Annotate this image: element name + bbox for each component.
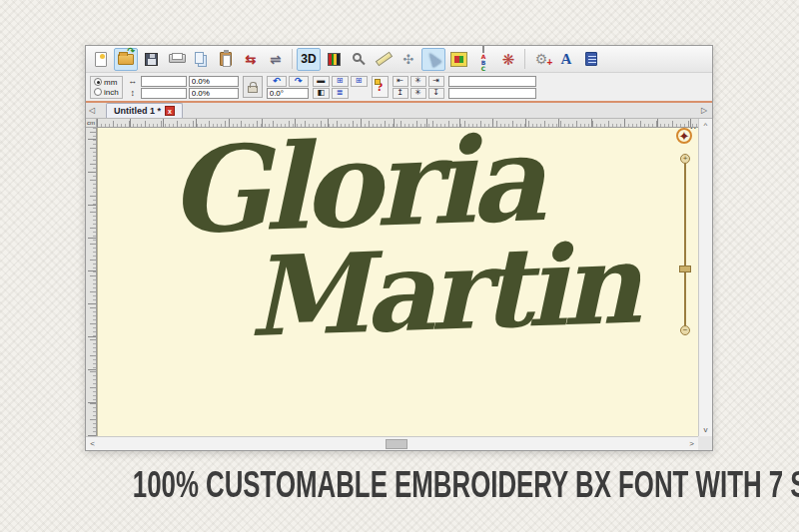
horizontal-scrollbar[interactable]: < > [86,436,698,450]
align-center-h-button[interactable]: ✳ [410,76,426,87]
new-document-button[interactable] [89,48,113,71]
embroidery-design[interactable]: Gloria Martin [97,128,698,436]
view-mode-controls: ▬ ⊞ ⊞ ◧ ≣ [313,76,368,99]
zoom-in-button[interactable]: + [680,154,690,164]
caption-area: 100% CUSTOMABLE EMBROIDERY BX FONT WITH … [0,465,799,504]
zoom-tool-button[interactable] [347,48,371,71]
align-right-button[interactable]: ⇥ [428,76,444,87]
select-tool-button[interactable] [421,48,445,71]
width-input[interactable] [141,76,187,87]
copy-button[interactable] [189,48,213,71]
rotate-controls: ↶ ↷ [267,76,309,99]
print-button[interactable] [164,48,188,71]
measure-tool-button[interactable] [372,48,396,71]
rotate-button[interactable]: ⇌ [264,48,288,71]
align-top-button[interactable]: ↥ [393,88,408,99]
notes-icon [585,52,597,66]
height-input[interactable] [141,88,187,99]
fit-hoop-button[interactable]: ⊞ [351,76,368,87]
letter-a-icon: A [561,52,572,67]
unit-mm-option[interactable]: mm [94,78,119,87]
design-canvas[interactable]: Gloria Martin ✦ N + − [97,128,698,436]
view-3d-button[interactable]: 3D [297,48,321,71]
align-middle-button[interactable]: ✳ [410,88,426,99]
lines-icon: ≣ [337,89,344,97]
thread-colors-button[interactable] [322,48,346,71]
merge-design-button[interactable]: ⚙+ [529,48,553,71]
rotation-angle-input[interactable] [267,88,309,99]
save-button[interactable] [139,48,163,71]
flip-horizontal-icon: ⇆ [246,53,257,66]
align-left-icon: ⇤ [397,77,403,85]
tab-scroll-left-button[interactable]: ◁ [86,105,98,117]
view-3d-label: 3D [301,53,316,65]
magnifier-icon [353,53,362,62]
horizontal-ruler [97,119,698,128]
document-tab[interactable]: Untitled 1 * x [106,103,183,118]
windmill-icon: ✣ [403,53,414,66]
vertical-scrollbar[interactable]: ^ v [698,119,712,436]
hoop-tool-button[interactable]: ✣ [397,48,420,71]
floppy-disk-icon [145,53,158,66]
paste-button[interactable] [214,48,238,71]
caption-text: 100% CUSTOMABLE EMBROIDERY BX FONT WITH … [133,463,799,505]
tab-scroll-right-button[interactable]: ▷ [698,105,710,117]
crosshair-box-icon: ⊞ [356,77,363,85]
scroll-down-button[interactable]: v [699,423,712,436]
flip-horizontal-button[interactable]: ⇆ [239,48,263,71]
height-percent-input[interactable] [189,88,239,99]
rotate-icon: ⇌ [271,53,282,66]
design-notes-button[interactable] [579,48,603,71]
toolbar-separator [292,49,293,69]
half-rect-icon: ◧ [317,89,325,97]
lock-aspect-button[interactable] [243,76,263,98]
scroll-left-button[interactable]: < [86,437,99,450]
lock-icon [248,86,258,93]
solid-view-button[interactable]: ▬ [313,76,330,87]
needle-abc-icon: ABC [481,46,486,72]
open-file-button[interactable] [114,48,138,71]
align-left-button[interactable]: ⇤ [393,76,408,87]
plus-icon: + [546,58,552,68]
palette-button[interactable] [446,48,470,71]
align-bottom-button[interactable]: ↧ [428,88,444,99]
contrast-view-button[interactable]: ◧ [313,88,330,99]
zoom-slider[interactable]: + − [678,156,692,333]
tab-close-button[interactable]: x [165,106,175,116]
zoom-slider-track[interactable] [684,162,686,327]
stitch-list-button[interactable]: ≣ [332,88,349,99]
horizontal-scroll-thumb[interactable] [386,439,407,449]
align-top-icon: ↥ [397,89,403,97]
scroll-right-button[interactable]: > [685,437,698,450]
scroll-up-button[interactable]: ^ [699,119,712,132]
lettering-button[interactable]: A [554,48,578,71]
scrollbar-corner [698,436,712,450]
center-design-button[interactable]: ⊞ [332,76,349,87]
design-text-line2: Martin [246,220,637,361]
open-folder-icon [118,54,134,65]
compass-north-label: N [690,128,696,131]
design-library-button[interactable]: ❋ [496,48,520,71]
position-y-input[interactable] [448,88,536,99]
size-controls: ↔ ↕ [127,76,239,99]
rotate-right-button[interactable]: ↷ [289,76,309,87]
zoom-out-button[interactable]: − [680,325,690,335]
transform-toolbar: mm inch ↔ ↕ ↶ ↷ ▬ ⊞ ⊞ ◧ ≣ ? [86,73,712,101]
position-controls [448,76,536,99]
unit-selector: mm inch [90,76,123,99]
crosshair-box-icon: ⊞ [337,77,344,85]
stitch-text-button[interactable]: ABC [471,48,495,71]
inch-radio[interactable] [94,88,102,96]
workspace: cm Gloria Martin ✦ N + − ^ v [86,119,712,450]
stitch-wheel-icon: ❋ [502,52,515,67]
zoom-slider-handle[interactable] [679,266,691,272]
position-x-input[interactable] [448,76,536,87]
height-arrows-icon: ↕ [127,88,139,98]
mm-radio[interactable] [94,78,102,86]
alignment-controls: ⇤ ✳ ⇥ ↥ ✳ ↧ [393,76,444,99]
help-button[interactable]: ? [372,76,389,98]
width-percent-input[interactable] [189,76,239,87]
rotate-left-button[interactable]: ↶ [267,76,287,87]
rotate-left-icon: ↶ [273,77,281,86]
unit-inch-option[interactable]: inch [94,88,119,97]
